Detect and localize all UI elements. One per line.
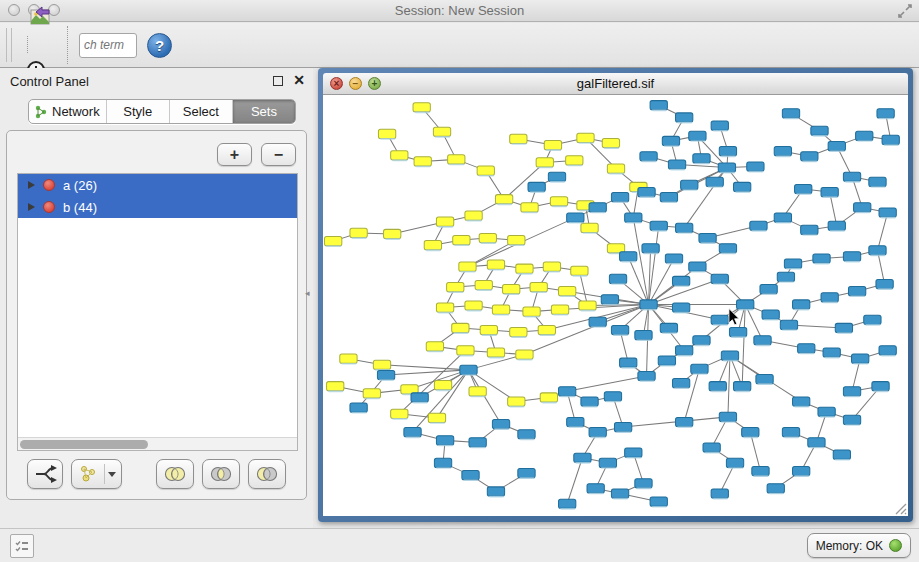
- graph-node[interactable]: [882, 135, 899, 144]
- network-canvas[interactable]: [323, 95, 908, 516]
- graph-node[interactable]: [774, 147, 791, 156]
- panel-collapse-handle[interactable]: ◂: [305, 288, 310, 298]
- graph-node[interactable]: [711, 489, 728, 498]
- graph-node[interactable]: [508, 397, 525, 406]
- graph-node[interactable]: [869, 246, 886, 255]
- graph-node[interactable]: [411, 393, 428, 402]
- graph-node[interactable]: [508, 236, 525, 245]
- graph-node[interactable]: [660, 193, 677, 202]
- graph-node[interactable]: [635, 331, 652, 340]
- graph-node[interactable]: [378, 129, 395, 138]
- graph-node[interactable]: [719, 244, 736, 253]
- graph-node[interactable]: [813, 254, 830, 263]
- fullscreen-icon[interactable]: [897, 3, 913, 19]
- graph-node[interactable]: [767, 484, 784, 493]
- network-window-titlebar[interactable]: × − + galFiltered.sif: [323, 73, 908, 95]
- intersection-button[interactable]: [202, 459, 240, 489]
- graph-node[interactable]: [693, 154, 710, 163]
- graph-node[interactable]: [581, 397, 598, 406]
- graph-node[interactable]: [377, 370, 394, 379]
- split-sets-button[interactable]: [27, 459, 63, 489]
- graph-node[interactable]: [625, 448, 642, 457]
- graph-node[interactable]: [434, 458, 451, 467]
- tab-select[interactable]: Select: [170, 100, 233, 123]
- graph-node[interactable]: [756, 374, 773, 383]
- graph-node[interactable]: [843, 415, 860, 424]
- graph-node[interactable]: [828, 141, 845, 150]
- graph-node[interactable]: [614, 423, 631, 432]
- graph-node[interactable]: [650, 497, 667, 506]
- graph-node[interactable]: [325, 237, 342, 246]
- graph-node[interactable]: [625, 213, 642, 222]
- graph-node[interactable]: [414, 157, 431, 166]
- graph-node[interactable]: [492, 305, 509, 314]
- graph-node[interactable]: [801, 152, 818, 161]
- graph-node[interactable]: [699, 233, 716, 242]
- graph-node[interactable]: [391, 409, 408, 418]
- set-row[interactable]: a (26): [18, 174, 297, 196]
- graph-node[interactable]: [640, 300, 657, 309]
- graph-node[interactable]: [589, 203, 606, 212]
- graph-node[interactable]: [516, 350, 533, 359]
- graph-node[interactable]: [384, 229, 401, 238]
- graph-node[interactable]: [475, 280, 492, 289]
- graph-node[interactable]: [567, 417, 584, 426]
- graph-node[interactable]: [581, 223, 598, 232]
- graph-node[interactable]: [689, 131, 706, 140]
- graph-node[interactable]: [469, 438, 486, 447]
- graph-node[interactable]: [604, 392, 621, 401]
- export-image-button[interactable]: [18, 0, 58, 36]
- graph-node[interactable]: [567, 213, 584, 222]
- close-panel-icon[interactable]: ✕: [293, 72, 305, 88]
- graph-node[interactable]: [516, 264, 533, 273]
- difference-button[interactable]: [248, 459, 286, 489]
- graph-node[interactable]: [711, 121, 728, 130]
- graph-node[interactable]: [518, 468, 535, 477]
- graph-node[interactable]: [752, 466, 769, 475]
- graph-node[interactable]: [848, 287, 865, 296]
- graph-node[interactable]: [579, 301, 596, 310]
- graph-node[interactable]: [833, 450, 850, 459]
- graph-node[interactable]: [835, 323, 852, 332]
- resize-grip-icon[interactable]: [893, 501, 907, 515]
- graph-node[interactable]: [711, 274, 728, 283]
- graph-node[interactable]: [559, 499, 576, 508]
- graph-node[interactable]: [658, 356, 675, 365]
- graph-node[interactable]: [872, 382, 889, 391]
- graph-node[interactable]: [734, 182, 751, 191]
- graph-node[interactable]: [750, 221, 767, 230]
- graph-node[interactable]: [843, 172, 860, 181]
- graph-node[interactable]: [640, 152, 657, 161]
- graph-node[interactable]: [793, 397, 810, 406]
- graph-node[interactable]: [665, 254, 682, 263]
- graph-node[interactable]: [433, 127, 450, 136]
- graph-node[interactable]: [709, 382, 726, 391]
- graph-node[interactable]: [436, 217, 453, 226]
- graph-node[interactable]: [737, 300, 754, 309]
- graph-node[interactable]: [477, 166, 494, 175]
- graph-node[interactable]: [828, 221, 845, 230]
- graph-node[interactable]: [843, 387, 860, 396]
- graph-node[interactable]: [373, 360, 390, 369]
- graph-node[interactable]: [548, 172, 565, 181]
- graph-node[interactable]: [602, 138, 619, 147]
- dropdown-caret-icon[interactable]: [108, 472, 116, 477]
- help-button[interactable]: ?: [147, 33, 172, 58]
- graph-node[interactable]: [424, 241, 441, 250]
- graph-node[interactable]: [487, 348, 504, 357]
- graph-node[interactable]: [551, 305, 568, 314]
- graph-node[interactable]: [550, 197, 567, 206]
- scrollbar-thumb[interactable]: [20, 440, 148, 449]
- graph-node[interactable]: [798, 344, 815, 353]
- graph-node[interactable]: [793, 300, 810, 309]
- graph-node[interactable]: [453, 236, 470, 245]
- graph-node[interactable]: [426, 342, 443, 351]
- graph-node[interactable]: [587, 484, 604, 493]
- graph-node[interactable]: [559, 387, 576, 396]
- graph-node[interactable]: [607, 164, 624, 173]
- graph-node[interactable]: [635, 479, 652, 488]
- graph-node[interactable]: [706, 177, 723, 186]
- graph-node[interactable]: [589, 428, 606, 437]
- graph-node[interactable]: [638, 371, 655, 380]
- graph-node[interactable]: [609, 274, 626, 283]
